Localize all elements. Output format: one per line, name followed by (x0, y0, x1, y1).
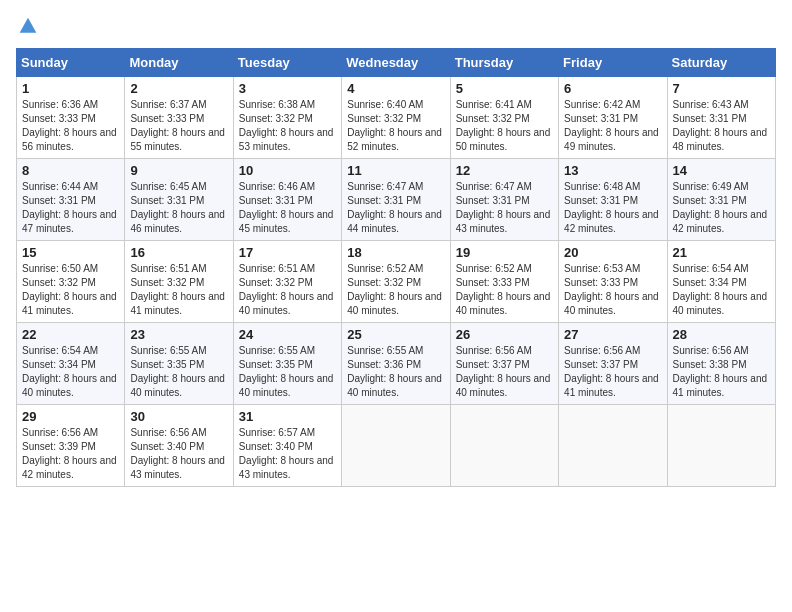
calendar-cell: 24 Sunrise: 6:55 AM Sunset: 3:35 PM Dayl… (233, 323, 341, 405)
day-detail: Sunrise: 6:52 AM Sunset: 3:33 PM Dayligh… (456, 262, 553, 318)
day-detail: Sunrise: 6:53 AM Sunset: 3:33 PM Dayligh… (564, 262, 661, 318)
day-detail: Sunrise: 6:37 AM Sunset: 3:33 PM Dayligh… (130, 98, 227, 154)
day-detail: Sunrise: 6:41 AM Sunset: 3:32 PM Dayligh… (456, 98, 553, 154)
day-number: 7 (673, 81, 770, 96)
day-number: 14 (673, 163, 770, 178)
day-number: 29 (22, 409, 119, 424)
day-number: 8 (22, 163, 119, 178)
day-detail: Sunrise: 6:40 AM Sunset: 3:32 PM Dayligh… (347, 98, 444, 154)
day-number: 6 (564, 81, 661, 96)
weekday-header-monday: Monday (125, 49, 233, 77)
day-detail: Sunrise: 6:56 AM Sunset: 3:37 PM Dayligh… (564, 344, 661, 400)
calendar-cell: 12 Sunrise: 6:47 AM Sunset: 3:31 PM Dayl… (450, 159, 558, 241)
calendar-cell: 30 Sunrise: 6:56 AM Sunset: 3:40 PM Dayl… (125, 405, 233, 487)
svg-marker-0 (20, 18, 37, 33)
calendar-cell (450, 405, 558, 487)
weekday-header-friday: Friday (559, 49, 667, 77)
calendar-cell: 3 Sunrise: 6:38 AM Sunset: 3:32 PM Dayli… (233, 77, 341, 159)
day-detail: Sunrise: 6:55 AM Sunset: 3:35 PM Dayligh… (239, 344, 336, 400)
calendar-cell: 28 Sunrise: 6:56 AM Sunset: 3:38 PM Dayl… (667, 323, 775, 405)
calendar-cell: 15 Sunrise: 6:50 AM Sunset: 3:32 PM Dayl… (17, 241, 125, 323)
day-number: 12 (456, 163, 553, 178)
day-number: 19 (456, 245, 553, 260)
week-row-5: 29 Sunrise: 6:56 AM Sunset: 3:39 PM Dayl… (17, 405, 776, 487)
day-number: 2 (130, 81, 227, 96)
calendar-cell: 7 Sunrise: 6:43 AM Sunset: 3:31 PM Dayli… (667, 77, 775, 159)
calendar-cell: 19 Sunrise: 6:52 AM Sunset: 3:33 PM Dayl… (450, 241, 558, 323)
day-number: 28 (673, 327, 770, 342)
calendar-cell: 11 Sunrise: 6:47 AM Sunset: 3:31 PM Dayl… (342, 159, 450, 241)
day-detail: Sunrise: 6:55 AM Sunset: 3:35 PM Dayligh… (130, 344, 227, 400)
day-detail: Sunrise: 6:57 AM Sunset: 3:40 PM Dayligh… (239, 426, 336, 482)
calendar-cell: 18 Sunrise: 6:52 AM Sunset: 3:32 PM Dayl… (342, 241, 450, 323)
day-number: 13 (564, 163, 661, 178)
calendar-cell: 20 Sunrise: 6:53 AM Sunset: 3:33 PM Dayl… (559, 241, 667, 323)
weekday-header-tuesday: Tuesday (233, 49, 341, 77)
calendar-cell (667, 405, 775, 487)
day-detail: Sunrise: 6:42 AM Sunset: 3:31 PM Dayligh… (564, 98, 661, 154)
day-number: 17 (239, 245, 336, 260)
week-row-3: 15 Sunrise: 6:50 AM Sunset: 3:32 PM Dayl… (17, 241, 776, 323)
day-detail: Sunrise: 6:56 AM Sunset: 3:38 PM Dayligh… (673, 344, 770, 400)
calendar-cell: 9 Sunrise: 6:45 AM Sunset: 3:31 PM Dayli… (125, 159, 233, 241)
day-number: 26 (456, 327, 553, 342)
logo (16, 16, 38, 36)
day-number: 21 (673, 245, 770, 260)
calendar-table: SundayMondayTuesdayWednesdayThursdayFrid… (16, 48, 776, 487)
weekday-header-sunday: Sunday (17, 49, 125, 77)
week-row-1: 1 Sunrise: 6:36 AM Sunset: 3:33 PM Dayli… (17, 77, 776, 159)
day-detail: Sunrise: 6:44 AM Sunset: 3:31 PM Dayligh… (22, 180, 119, 236)
day-number: 5 (456, 81, 553, 96)
calendar-cell: 6 Sunrise: 6:42 AM Sunset: 3:31 PM Dayli… (559, 77, 667, 159)
day-number: 31 (239, 409, 336, 424)
weekday-header-thursday: Thursday (450, 49, 558, 77)
calendar-cell: 29 Sunrise: 6:56 AM Sunset: 3:39 PM Dayl… (17, 405, 125, 487)
day-detail: Sunrise: 6:51 AM Sunset: 3:32 PM Dayligh… (130, 262, 227, 318)
page-header (16, 16, 776, 36)
day-number: 27 (564, 327, 661, 342)
day-detail: Sunrise: 6:55 AM Sunset: 3:36 PM Dayligh… (347, 344, 444, 400)
calendar-cell: 4 Sunrise: 6:40 AM Sunset: 3:32 PM Dayli… (342, 77, 450, 159)
weekday-header-wednesday: Wednesday (342, 49, 450, 77)
calendar-cell (342, 405, 450, 487)
calendar-cell: 8 Sunrise: 6:44 AM Sunset: 3:31 PM Dayli… (17, 159, 125, 241)
day-number: 15 (22, 245, 119, 260)
calendar-cell: 16 Sunrise: 6:51 AM Sunset: 3:32 PM Dayl… (125, 241, 233, 323)
day-number: 10 (239, 163, 336, 178)
day-number: 22 (22, 327, 119, 342)
day-number: 3 (239, 81, 336, 96)
weekday-header-row: SundayMondayTuesdayWednesdayThursdayFrid… (17, 49, 776, 77)
calendar-cell: 2 Sunrise: 6:37 AM Sunset: 3:33 PM Dayli… (125, 77, 233, 159)
day-detail: Sunrise: 6:49 AM Sunset: 3:31 PM Dayligh… (673, 180, 770, 236)
day-detail: Sunrise: 6:50 AM Sunset: 3:32 PM Dayligh… (22, 262, 119, 318)
day-detail: Sunrise: 6:56 AM Sunset: 3:40 PM Dayligh… (130, 426, 227, 482)
day-detail: Sunrise: 6:36 AM Sunset: 3:33 PM Dayligh… (22, 98, 119, 154)
day-number: 9 (130, 163, 227, 178)
calendar-cell: 13 Sunrise: 6:48 AM Sunset: 3:31 PM Dayl… (559, 159, 667, 241)
day-number: 30 (130, 409, 227, 424)
day-detail: Sunrise: 6:54 AM Sunset: 3:34 PM Dayligh… (22, 344, 119, 400)
calendar-cell: 22 Sunrise: 6:54 AM Sunset: 3:34 PM Dayl… (17, 323, 125, 405)
calendar-cell: 23 Sunrise: 6:55 AM Sunset: 3:35 PM Dayl… (125, 323, 233, 405)
day-number: 20 (564, 245, 661, 260)
day-detail: Sunrise: 6:43 AM Sunset: 3:31 PM Dayligh… (673, 98, 770, 154)
calendar-cell: 27 Sunrise: 6:56 AM Sunset: 3:37 PM Dayl… (559, 323, 667, 405)
day-detail: Sunrise: 6:54 AM Sunset: 3:34 PM Dayligh… (673, 262, 770, 318)
day-detail: Sunrise: 6:38 AM Sunset: 3:32 PM Dayligh… (239, 98, 336, 154)
calendar-cell: 17 Sunrise: 6:51 AM Sunset: 3:32 PM Dayl… (233, 241, 341, 323)
calendar-cell: 25 Sunrise: 6:55 AM Sunset: 3:36 PM Dayl… (342, 323, 450, 405)
calendar-cell: 5 Sunrise: 6:41 AM Sunset: 3:32 PM Dayli… (450, 77, 558, 159)
day-detail: Sunrise: 6:47 AM Sunset: 3:31 PM Dayligh… (347, 180, 444, 236)
calendar-cell: 10 Sunrise: 6:46 AM Sunset: 3:31 PM Dayl… (233, 159, 341, 241)
calendar-cell: 14 Sunrise: 6:49 AM Sunset: 3:31 PM Dayl… (667, 159, 775, 241)
day-detail: Sunrise: 6:48 AM Sunset: 3:31 PM Dayligh… (564, 180, 661, 236)
day-detail: Sunrise: 6:56 AM Sunset: 3:37 PM Dayligh… (456, 344, 553, 400)
day-detail: Sunrise: 6:56 AM Sunset: 3:39 PM Dayligh… (22, 426, 119, 482)
day-number: 23 (130, 327, 227, 342)
day-number: 16 (130, 245, 227, 260)
day-number: 1 (22, 81, 119, 96)
logo-icon (18, 16, 38, 36)
day-detail: Sunrise: 6:45 AM Sunset: 3:31 PM Dayligh… (130, 180, 227, 236)
day-number: 18 (347, 245, 444, 260)
day-detail: Sunrise: 6:51 AM Sunset: 3:32 PM Dayligh… (239, 262, 336, 318)
